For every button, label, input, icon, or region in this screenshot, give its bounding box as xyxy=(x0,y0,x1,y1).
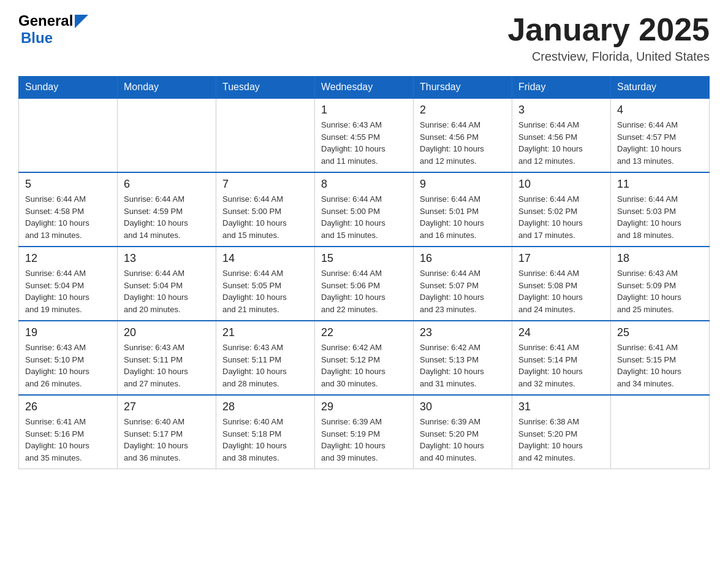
day-number: 10 xyxy=(518,178,604,191)
day-info: Sunrise: 6:44 AM Sunset: 5:00 PM Dayligh… xyxy=(321,193,407,241)
day-number: 8 xyxy=(321,178,407,191)
day-number: 26 xyxy=(25,400,111,413)
calendar-cell: 19Sunrise: 6:43 AM Sunset: 5:10 PM Dayli… xyxy=(19,321,118,395)
day-number: 24 xyxy=(518,326,604,339)
calendar-week-row: 1Sunrise: 6:43 AM Sunset: 4:55 PM Daylig… xyxy=(19,98,710,172)
calendar-cell: 24Sunrise: 6:41 AM Sunset: 5:14 PM Dayli… xyxy=(512,321,611,395)
calendar-cell: 20Sunrise: 6:43 AM Sunset: 5:11 PM Dayli… xyxy=(118,321,216,395)
calendar-week-row: 26Sunrise: 6:41 AM Sunset: 5:16 PM Dayli… xyxy=(19,395,710,469)
calendar-cell: 13Sunrise: 6:44 AM Sunset: 5:04 PM Dayli… xyxy=(118,247,216,321)
day-info: Sunrise: 6:44 AM Sunset: 4:56 PM Dayligh… xyxy=(420,119,506,167)
day-number: 2 xyxy=(420,104,506,117)
calendar-cell: 3Sunrise: 6:44 AM Sunset: 4:56 PM Daylig… xyxy=(512,98,611,172)
day-info: Sunrise: 6:44 AM Sunset: 5:03 PM Dayligh… xyxy=(617,193,703,241)
calendar-cell: 7Sunrise: 6:44 AM Sunset: 5:00 PM Daylig… xyxy=(216,172,315,247)
calendar-cell: 21Sunrise: 6:43 AM Sunset: 5:11 PM Dayli… xyxy=(216,321,315,395)
logo-general-text: General xyxy=(18,12,73,29)
day-info: Sunrise: 6:41 AM Sunset: 5:15 PM Dayligh… xyxy=(617,342,703,389)
day-info: Sunrise: 6:44 AM Sunset: 4:58 PM Dayligh… xyxy=(25,193,111,241)
calendar-cell: 14Sunrise: 6:44 AM Sunset: 5:05 PM Dayli… xyxy=(216,247,315,321)
calendar-header-thursday: Thursday xyxy=(414,77,512,99)
calendar-cell: 17Sunrise: 6:44 AM Sunset: 5:08 PM Dayli… xyxy=(512,247,611,321)
day-number: 23 xyxy=(420,326,506,339)
logo: General Blue xyxy=(18,12,88,47)
calendar-week-row: 19Sunrise: 6:43 AM Sunset: 5:10 PM Dayli… xyxy=(19,321,710,395)
day-number: 25 xyxy=(617,326,703,339)
day-number: 5 xyxy=(25,178,111,191)
calendar-header-saturday: Saturday xyxy=(611,77,710,99)
day-number: 21 xyxy=(222,326,308,339)
day-number: 15 xyxy=(321,252,407,265)
calendar-cell: 18Sunrise: 6:43 AM Sunset: 5:09 PM Dayli… xyxy=(611,247,710,321)
logo-triangle-icon xyxy=(75,15,88,28)
day-number: 19 xyxy=(25,326,111,339)
day-number: 14 xyxy=(222,252,308,265)
calendar-header-sunday: Sunday xyxy=(19,77,118,99)
calendar-header-friday: Friday xyxy=(512,77,611,99)
day-info: Sunrise: 6:38 AM Sunset: 5:20 PM Dayligh… xyxy=(518,416,604,464)
calendar-cell: 23Sunrise: 6:42 AM Sunset: 5:13 PM Dayli… xyxy=(414,321,512,395)
calendar-cell xyxy=(19,98,118,172)
calendar-cell: 6Sunrise: 6:44 AM Sunset: 4:59 PM Daylig… xyxy=(118,172,216,247)
calendar-cell: 2Sunrise: 6:44 AM Sunset: 4:56 PM Daylig… xyxy=(414,98,512,172)
calendar-cell: 1Sunrise: 6:43 AM Sunset: 4:55 PM Daylig… xyxy=(315,98,414,172)
day-info: Sunrise: 6:43 AM Sunset: 5:11 PM Dayligh… xyxy=(222,342,308,389)
calendar-cell: 9Sunrise: 6:44 AM Sunset: 5:01 PM Daylig… xyxy=(414,172,512,247)
day-info: Sunrise: 6:39 AM Sunset: 5:20 PM Dayligh… xyxy=(420,416,506,464)
calendar-cell: 29Sunrise: 6:39 AM Sunset: 5:19 PM Dayli… xyxy=(315,395,414,469)
day-number: 1 xyxy=(321,104,407,117)
calendar-cell xyxy=(118,98,216,172)
calendar-cell: 22Sunrise: 6:42 AM Sunset: 5:12 PM Dayli… xyxy=(315,321,414,395)
month-title: January 2025 xyxy=(507,12,710,47)
calendar-cell: 10Sunrise: 6:44 AM Sunset: 5:02 PM Dayli… xyxy=(512,172,611,247)
day-number: 3 xyxy=(518,104,604,117)
day-info: Sunrise: 6:42 AM Sunset: 5:12 PM Dayligh… xyxy=(321,342,407,389)
page-header: General Blue January 2025 Crestview, Flo… xyxy=(18,12,710,64)
day-number: 4 xyxy=(617,104,703,117)
calendar-cell: 4Sunrise: 6:44 AM Sunset: 4:57 PM Daylig… xyxy=(611,98,710,172)
day-number: 9 xyxy=(420,178,506,191)
day-info: Sunrise: 6:43 AM Sunset: 4:55 PM Dayligh… xyxy=(321,119,407,167)
calendar-cell: 30Sunrise: 6:39 AM Sunset: 5:20 PM Dayli… xyxy=(414,395,512,469)
day-number: 30 xyxy=(420,400,506,413)
day-info: Sunrise: 6:44 AM Sunset: 5:06 PM Dayligh… xyxy=(321,267,407,315)
calendar-cell: 15Sunrise: 6:44 AM Sunset: 5:06 PM Dayli… xyxy=(315,247,414,321)
day-info: Sunrise: 6:44 AM Sunset: 4:59 PM Dayligh… xyxy=(124,193,210,241)
calendar-header-wednesday: Wednesday xyxy=(315,77,414,99)
calendar-cell: 11Sunrise: 6:44 AM Sunset: 5:03 PM Dayli… xyxy=(611,172,710,247)
day-info: Sunrise: 6:41 AM Sunset: 5:16 PM Dayligh… xyxy=(25,416,111,464)
calendar-header-tuesday: Tuesday xyxy=(216,77,315,99)
day-info: Sunrise: 6:44 AM Sunset: 5:05 PM Dayligh… xyxy=(222,267,308,315)
calendar-cell: 31Sunrise: 6:38 AM Sunset: 5:20 PM Dayli… xyxy=(512,395,611,469)
day-info: Sunrise: 6:40 AM Sunset: 5:17 PM Dayligh… xyxy=(124,416,210,464)
calendar-table: SundayMondayTuesdayWednesdayThursdayFrid… xyxy=(18,76,710,469)
day-info: Sunrise: 6:44 AM Sunset: 4:56 PM Dayligh… xyxy=(518,119,604,167)
day-info: Sunrise: 6:43 AM Sunset: 5:11 PM Dayligh… xyxy=(124,342,210,389)
day-info: Sunrise: 6:43 AM Sunset: 5:09 PM Dayligh… xyxy=(617,267,703,315)
day-number: 31 xyxy=(518,400,604,413)
location-subtitle: Crestview, Florida, United States xyxy=(507,50,710,64)
day-number: 28 xyxy=(222,400,308,413)
calendar-cell: 16Sunrise: 6:44 AM Sunset: 5:07 PM Dayli… xyxy=(414,247,512,321)
calendar-cell xyxy=(611,395,710,469)
day-info: Sunrise: 6:44 AM Sunset: 5:02 PM Dayligh… xyxy=(518,193,604,241)
logo-blue-text: Blue xyxy=(21,29,53,47)
title-block: January 2025 Crestview, Florida, United … xyxy=(507,12,710,64)
calendar-cell: 27Sunrise: 6:40 AM Sunset: 5:17 PM Dayli… xyxy=(118,395,216,469)
calendar-cell: 25Sunrise: 6:41 AM Sunset: 5:15 PM Dayli… xyxy=(611,321,710,395)
day-info: Sunrise: 6:44 AM Sunset: 4:57 PM Dayligh… xyxy=(617,119,703,167)
day-number: 20 xyxy=(124,326,210,339)
day-info: Sunrise: 6:40 AM Sunset: 5:18 PM Dayligh… xyxy=(222,416,308,464)
calendar-cell: 5Sunrise: 6:44 AM Sunset: 4:58 PM Daylig… xyxy=(19,172,118,247)
calendar-week-row: 5Sunrise: 6:44 AM Sunset: 4:58 PM Daylig… xyxy=(19,172,710,247)
calendar-header-row: SundayMondayTuesdayWednesdayThursdayFrid… xyxy=(19,77,710,99)
calendar-cell: 26Sunrise: 6:41 AM Sunset: 5:16 PM Dayli… xyxy=(19,395,118,469)
day-number: 7 xyxy=(222,178,308,191)
day-number: 6 xyxy=(124,178,210,191)
day-number: 27 xyxy=(124,400,210,413)
day-info: Sunrise: 6:41 AM Sunset: 5:14 PM Dayligh… xyxy=(518,342,604,389)
day-number: 16 xyxy=(420,252,506,265)
day-info: Sunrise: 6:44 AM Sunset: 5:04 PM Dayligh… xyxy=(124,267,210,315)
day-info: Sunrise: 6:44 AM Sunset: 5:01 PM Dayligh… xyxy=(420,193,506,241)
day-number: 13 xyxy=(124,252,210,265)
